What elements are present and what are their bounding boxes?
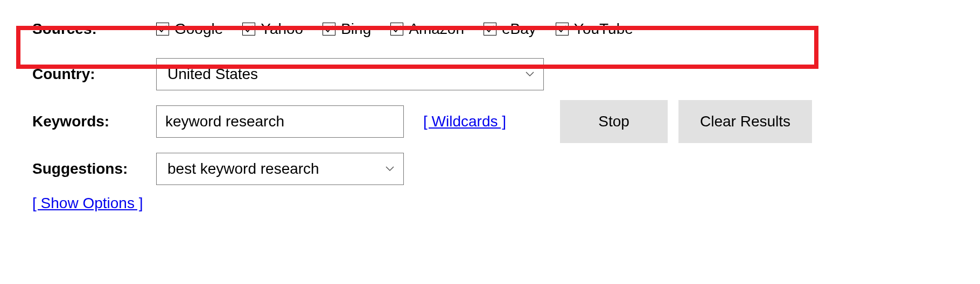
checkbox-icon [156, 23, 169, 36]
form-container: Sources: Google Yahoo Bing [0, 20, 980, 212]
source-youtube[interactable]: YouTube [556, 20, 633, 38]
source-yahoo[interactable]: Yahoo [242, 20, 303, 38]
suggestions-row: Suggestions: best keyword research [0, 153, 980, 185]
checkbox-icon [323, 23, 335, 36]
source-label: Yahoo [261, 20, 303, 38]
checkbox-icon [484, 23, 496, 36]
action-buttons: Stop Clear Results [560, 100, 812, 143]
sources-row: Sources: Google Yahoo Bing [0, 20, 980, 38]
checkbox-icon [242, 23, 255, 36]
source-label: Google [174, 20, 223, 38]
country-select-value: United States [156, 58, 544, 90]
source-ebay[interactable]: eBay [484, 20, 536, 38]
country-select[interactable]: United States [156, 58, 544, 90]
source-google[interactable]: Google [156, 20, 223, 38]
keywords-label: Keywords: [32, 113, 156, 130]
sources-list: Google Yahoo Bing Amazon [156, 20, 633, 38]
stop-button[interactable]: Stop [560, 100, 668, 143]
sources-label: Sources: [32, 20, 156, 38]
country-row: Country: United States [0, 58, 980, 90]
show-options-row: [ Show Options ] [0, 195, 980, 212]
clear-results-button[interactable]: Clear Results [678, 100, 812, 143]
show-options-link[interactable]: [ Show Options ] [32, 195, 143, 211]
source-amazon[interactable]: Amazon [390, 20, 464, 38]
suggestions-select-value: best keyword research [156, 153, 404, 185]
checkbox-icon [556, 23, 569, 36]
keywords-input[interactable] [156, 105, 404, 138]
source-label: eBay [502, 20, 536, 38]
source-bing[interactable]: Bing [323, 20, 371, 38]
source-label: Bing [341, 20, 371, 38]
source-label: Amazon [409, 20, 464, 38]
checkbox-icon [390, 23, 403, 36]
keywords-row: Keywords: [ Wildcards ] Stop Clear Resul… [0, 100, 980, 143]
wildcards-link[interactable]: [ Wildcards ] [423, 113, 506, 130]
country-label: Country: [32, 66, 156, 83]
suggestions-label: Suggestions: [32, 160, 156, 178]
source-label: YouTube [574, 20, 633, 38]
suggestions-select[interactable]: best keyword research [156, 153, 404, 185]
